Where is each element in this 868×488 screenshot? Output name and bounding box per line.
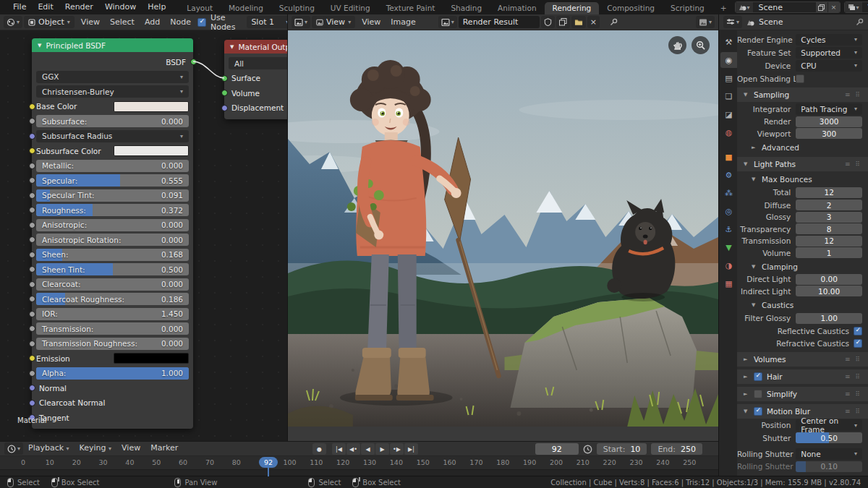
properties-tab-modifiers[interactable]: ⚙: [720, 167, 737, 183]
jump-to-end-button[interactable]: ▶|: [404, 443, 418, 455]
specular-slider[interactable]: Specular:0.555: [36, 174, 189, 187]
input-socket[interactable]: [29, 222, 35, 228]
device-dropdown[interactable]: CPU▾: [796, 60, 862, 72]
fake-user-button[interactable]: [541, 16, 555, 28]
panel-options-icon[interactable]: ≡ ⠿: [845, 160, 861, 168]
scene-selector[interactable]: ▾ Scene ×: [735, 1, 841, 13]
prev-keyframe-button[interactable]: ◀•: [346, 443, 360, 455]
open-shading-language-checkbox[interactable]: [796, 74, 804, 83]
filter-glossy-field[interactable]: 1.00: [796, 313, 862, 324]
shader-menu-node[interactable]: Node: [165, 17, 196, 27]
rolling-shutter-dur-slider[interactable]: 0.10: [796, 461, 862, 472]
transmission-slider[interactable]: Transmission:0.000: [36, 322, 189, 335]
editor-type-button[interactable]: ▾: [4, 16, 22, 28]
anisotropic-slider[interactable]: Anisotropic:0.000: [36, 219, 189, 231]
glossy-field[interactable]: 3: [796, 212, 862, 223]
viewport-field[interactable]: 300: [796, 128, 862, 139]
input-socket[interactable]: [29, 147, 35, 154]
clearcoat-slider[interactable]: Clearcoat:0.000: [36, 278, 189, 291]
render-engine-dropdown[interactable]: Cycles▾: [796, 34, 862, 46]
play-button[interactable]: ▶: [375, 443, 389, 455]
principled-node-header[interactable]: ▼ Principled BSDF: [32, 38, 193, 52]
shader-menu-select[interactable]: Select: [105, 17, 140, 27]
current-frame-badge[interactable]: 92: [259, 457, 278, 468]
sheen-tint-slider[interactable]: Sheen Tint:0.500: [36, 263, 189, 275]
properties-tab-view-layer[interactable]: ❏: [720, 88, 737, 104]
pin-icon[interactable]: [856, 18, 864, 26]
menu-render[interactable]: Render: [59, 2, 99, 12]
workspace-tab-shading[interactable]: Shading: [443, 2, 490, 14]
input-socket[interactable]: [29, 118, 35, 124]
properties-tab-object[interactable]: ■: [720, 149, 737, 165]
properties-tab-texture[interactable]: ▦: [720, 275, 737, 291]
subsurface-slider[interactable]: Subsurface:0.000: [36, 115, 189, 127]
new-image-button[interactable]: [556, 16, 570, 28]
input-socket[interactable]: [29, 236, 35, 243]
feature-set-dropdown[interactable]: Supported▾: [796, 47, 862, 59]
input-socket[interactable]: [29, 266, 35, 273]
editor-type-button[interactable]: ▾: [723, 16, 742, 28]
clearcoat-roughness-slider[interactable]: Clearcoat Roughness:0.186: [36, 293, 189, 305]
workspace-tab-scripting[interactable]: Scripting: [663, 2, 712, 14]
input-socket[interactable]: [29, 252, 35, 258]
roughness-slider[interactable]: Roughness:0.372: [36, 204, 189, 216]
input-socket[interactable]: [29, 163, 35, 169]
subpanel-header-advanced[interactable]: ►Advanced: [737, 141, 868, 154]
rolling-shutter-dropdown[interactable]: None▾: [796, 448, 862, 460]
panel-header-simplify[interactable]: ►Simplify≡ ⠿: [737, 387, 868, 401]
position-dropdown[interactable]: Center on Frame▾: [796, 419, 862, 431]
subsurface-radius-dropdown[interactable]: Subsurface Radius▾: [36, 130, 189, 142]
ior-slider[interactable]: IOR:1.450: [36, 308, 189, 320]
reflective-caustics-checkbox[interactable]: [854, 327, 862, 335]
properties-tab-render[interactable]: ◉: [720, 52, 737, 68]
volume-field[interactable]: 1: [796, 247, 862, 258]
pin-icon[interactable]: [607, 16, 621, 28]
properties-tab-data[interactable]: ▼: [720, 239, 737, 255]
zoom-view-button[interactable]: [692, 36, 710, 54]
record-button[interactable]: ●: [312, 443, 326, 455]
diffuse-field[interactable]: 2: [796, 200, 862, 210]
scene-icon[interactable]: ▾: [736, 2, 753, 12]
editor-type-button[interactable]: ▾: [4, 442, 23, 455]
timeline-menu-playback[interactable]: Playback ▾: [23, 443, 75, 453]
collapse-caret-icon[interactable]: ▼: [38, 43, 41, 48]
playhead[interactable]: [268, 468, 269, 476]
material-output-node[interactable]: ▼ Material Output All▾SurfaceVolumeDispl…: [224, 40, 287, 119]
new-scene-button[interactable]: [816, 2, 827, 12]
frame-start-field[interactable]: Start: 10: [597, 443, 647, 455]
jump-to-start-button[interactable]: |◀: [332, 443, 346, 455]
input-socket[interactable]: [29, 370, 35, 377]
principled-bsdf-node[interactable]: ▼ Principled BSDF BSDFGGX▾Christensen-Bu…: [32, 38, 193, 429]
properties-tab-tool[interactable]: ⚒: [720, 34, 737, 50]
panel-options-icon[interactable]: ≡ ⠿: [845, 408, 861, 415]
input-socket[interactable]: [29, 281, 35, 288]
base-color-color-swatch[interactable]: [114, 101, 189, 112]
properties-tab-scene[interactable]: ◪: [720, 106, 737, 122]
properties-tab-particles[interactable]: ⁂: [720, 185, 737, 201]
workspace-tab-compositing[interactable]: Compositing: [599, 2, 663, 14]
workspace-tab-rendering[interactable]: Rendering: [545, 2, 600, 14]
specular-tint-slider[interactable]: Specular Tint:0.091: [36, 189, 189, 202]
input-socket[interactable]: [29, 296, 35, 302]
emission-color-swatch[interactable]: [114, 353, 189, 364]
timeline-menu-view[interactable]: View: [116, 443, 145, 453]
panel-header-sampling[interactable]: ▼Sampling≡ ⠿: [737, 87, 868, 102]
image-menu-image[interactable]: Image: [386, 17, 420, 27]
display-channels-button[interactable]: ▾: [696, 16, 715, 28]
panel-header-hair[interactable]: ►Hair≡ ⠿: [737, 369, 868, 384]
panel-options-icon[interactable]: ≡ ⠿: [845, 356, 861, 363]
subsurface-color-color-swatch[interactable]: [114, 145, 189, 156]
unlink-scene-button[interactable]: ×: [828, 2, 840, 12]
view-layer-selector[interactable]: ▾ View Layer ×: [844, 1, 868, 13]
unlink-image-button[interactable]: ×: [587, 16, 600, 28]
image-datablock-icon[interactable]: ▾: [438, 16, 457, 28]
current-frame-field[interactable]: 92: [535, 443, 579, 455]
slot-dropdown[interactable]: Slot 1 ▾: [247, 16, 293, 28]
input-socket[interactable]: [29, 103, 35, 110]
motion-blur-checkbox[interactable]: [754, 407, 762, 416]
integrator-dropdown[interactable]: Path Tracing▾: [796, 103, 862, 115]
menu-help[interactable]: Help: [142, 2, 171, 12]
properties-tab-physics[interactable]: ◎: [720, 203, 737, 219]
shader-menu-add[interactable]: Add: [140, 17, 165, 27]
menu-window[interactable]: Window: [99, 2, 142, 12]
